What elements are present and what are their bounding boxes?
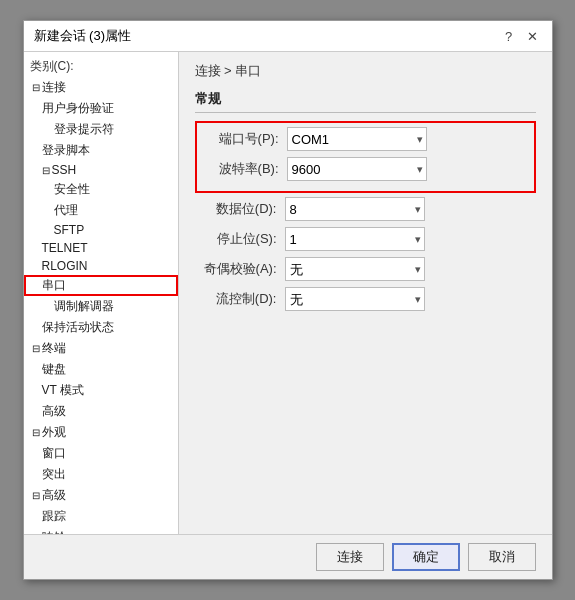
tree-item-window[interactable]: 窗口 bbox=[24, 443, 178, 464]
tree-item-ssh[interactable]: ⊟SSH bbox=[24, 161, 178, 179]
tree-item-login_script[interactable]: 登录脚本 bbox=[24, 140, 178, 161]
select-baud[interactable]: 1200240048009600192003840057600115200 bbox=[287, 157, 427, 181]
category-label: 类别(C): bbox=[24, 56, 178, 77]
label-parity: 奇偶校验(A): bbox=[195, 260, 285, 278]
label-baud: 波特率(B): bbox=[197, 160, 287, 178]
right-panel: 连接 > 串口 常规 端口号(P):COM1COM2COM3COM4波特率(B)… bbox=[179, 52, 552, 534]
tree-panel: 类别(C): ⊟连接用户身份验证登录提示符登录脚本⊟SSH安全性代理SFTPTE… bbox=[24, 52, 179, 534]
connect-button[interactable]: 连接 bbox=[316, 543, 384, 571]
form-row-port: 端口号(P):COM1COM2COM3COM4 bbox=[197, 127, 534, 151]
tree-item-bell[interactable]: 响铃 bbox=[24, 527, 178, 534]
tree-item-serial[interactable]: 串口 bbox=[24, 275, 178, 296]
select-parity[interactable]: 无奇校验偶校验标记空格 bbox=[285, 257, 425, 281]
form-row-parity: 奇偶校验(A):无奇校验偶校验标记空格 bbox=[195, 257, 536, 281]
dialog-footer: 连接 确定 取消 bbox=[24, 534, 552, 579]
select-stopbits[interactable]: 11.52 bbox=[285, 227, 425, 251]
tree-item-keepalive[interactable]: 保持活动状态 bbox=[24, 317, 178, 338]
form-row-stopbits: 停止位(S):11.52 bbox=[195, 227, 536, 251]
form-container: 端口号(P):COM1COM2COM3COM4波特率(B):1200240048… bbox=[195, 121, 536, 311]
tree-item-appearance[interactable]: ⊟外观 bbox=[24, 422, 178, 443]
select-port[interactable]: COM1COM2COM3COM4 bbox=[287, 127, 427, 151]
dialog: 新建会话 (3)属性 ? ✕ 类别(C): ⊟连接用户身份验证登录提示符登录脚本… bbox=[23, 20, 553, 580]
label-port: 端口号(P): bbox=[197, 130, 287, 148]
tree-item-vt_mode[interactable]: VT 模式 bbox=[24, 380, 178, 401]
ok-button[interactable]: 确定 bbox=[392, 543, 460, 571]
label-databits: 数据位(D): bbox=[195, 200, 285, 218]
tree-item-trace[interactable]: 跟踪 bbox=[24, 506, 178, 527]
highlighted-fields: 端口号(P):COM1COM2COM3COM4波特率(B):1200240048… bbox=[195, 121, 536, 193]
select-flowctrl[interactable]: 无RTS/CTSXON/XOFF bbox=[285, 287, 425, 311]
tree-item-auth[interactable]: 用户身份验证 bbox=[24, 98, 178, 119]
tree-item-login_prompt[interactable]: 登录提示符 bbox=[24, 119, 178, 140]
close-button[interactable]: ✕ bbox=[524, 27, 542, 45]
tree-item-security[interactable]: 安全性 bbox=[24, 179, 178, 200]
label-flowctrl: 流控制(D): bbox=[195, 290, 285, 308]
tree-item-terminal[interactable]: ⊟终端 bbox=[24, 338, 178, 359]
tree-item-highlight[interactable]: 突出 bbox=[24, 464, 178, 485]
form-row-databits: 数据位(D):5678 bbox=[195, 197, 536, 221]
title-bar: 新建会话 (3)属性 ? ✕ bbox=[24, 21, 552, 52]
tree-item-keyboard[interactable]: 键盘 bbox=[24, 359, 178, 380]
tree-container: ⊟连接用户身份验证登录提示符登录脚本⊟SSH安全性代理SFTPTELNETRLO… bbox=[24, 77, 178, 534]
label-stopbits: 停止位(S): bbox=[195, 230, 285, 248]
dialog-body: 类别(C): ⊟连接用户身份验证登录提示符登录脚本⊟SSH安全性代理SFTPTE… bbox=[24, 52, 552, 534]
tree-item-modem[interactable]: 调制解调器 bbox=[24, 296, 178, 317]
select-databits[interactable]: 5678 bbox=[285, 197, 425, 221]
tree-item-proxy[interactable]: 代理 bbox=[24, 200, 178, 221]
tree-item-advanced2[interactable]: ⊟高级 bbox=[24, 485, 178, 506]
tree-item-rlogin[interactable]: RLOGIN bbox=[24, 257, 178, 275]
tree-item-telnet[interactable]: TELNET bbox=[24, 239, 178, 257]
tree-item-sftp[interactable]: SFTP bbox=[24, 221, 178, 239]
title-icons: ? ✕ bbox=[500, 27, 542, 45]
section-title: 常规 bbox=[195, 90, 536, 113]
breadcrumb: 连接 > 串口 bbox=[195, 62, 536, 80]
tree-item-connect[interactable]: ⊟连接 bbox=[24, 77, 178, 98]
dialog-title: 新建会话 (3)属性 bbox=[34, 27, 132, 45]
cancel-button[interactable]: 取消 bbox=[468, 543, 536, 571]
form-row-flowctrl: 流控制(D):无RTS/CTSXON/XOFF bbox=[195, 287, 536, 311]
help-button[interactable]: ? bbox=[500, 27, 518, 45]
form-row-baud: 波特率(B):120024004800960019200384005760011… bbox=[197, 157, 534, 181]
tree-item-advanced[interactable]: 高级 bbox=[24, 401, 178, 422]
